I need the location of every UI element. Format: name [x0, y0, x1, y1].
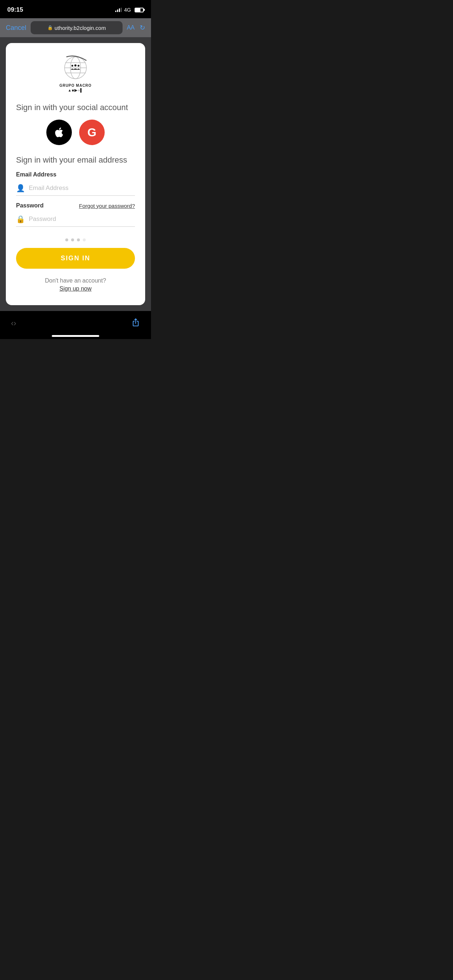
signal-bars-icon: [115, 8, 122, 12]
forward-button[interactable]: ›: [13, 319, 16, 328]
back-button[interactable]: ‹: [11, 319, 13, 328]
status-icons: 4G: [115, 7, 144, 13]
home-bar: [52, 335, 99, 337]
dot-1: [65, 239, 68, 241]
password-field-group: Password Forgot your password? 🔒: [16, 202, 135, 227]
reload-icon[interactable]: ↻: [140, 24, 145, 32]
email-heading: Sign in with your email address: [16, 155, 135, 165]
email-field-group: Email Address 👤: [16, 171, 135, 196]
svg-point-6: [72, 65, 73, 67]
cancel-button[interactable]: Cancel: [6, 24, 26, 32]
email-input[interactable]: [29, 185, 135, 192]
signup-section: Don't have an account? Sign up now: [45, 277, 106, 292]
battery-icon: [135, 8, 144, 13]
share-icon: [131, 318, 140, 327]
home-indicator: [0, 332, 151, 339]
person-icon: 👤: [16, 184, 25, 192]
dot-3: [77, 239, 80, 241]
email-input-wrapper: 👤: [16, 181, 135, 196]
logo-svg: [56, 54, 96, 83]
apple-icon: [53, 127, 65, 138]
dot-4: [83, 239, 86, 241]
lock-field-icon: 🔒: [16, 215, 25, 223]
password-input[interactable]: [29, 215, 135, 223]
status-time: 09:15: [7, 6, 23, 13]
email-label: Email Address: [16, 171, 135, 178]
google-g-letter: G: [88, 126, 97, 139]
status-bar: 09:15 4G: [0, 0, 151, 18]
logo-text: GRUPO MACRO ▲■▶○▌: [59, 83, 91, 92]
url-text: uthority.b2clogin.com: [55, 25, 106, 31]
social-heading: Sign in with your social account: [16, 103, 135, 112]
main-content: GRUPO MACRO ▲■▶○▌ Sign in with your soci…: [0, 37, 151, 311]
share-button[interactable]: [131, 318, 140, 329]
login-card: GRUPO MACRO ▲■▶○▌ Sign in with your soci…: [6, 43, 145, 305]
forgot-password-link[interactable]: Forgot your password?: [79, 203, 135, 209]
browser-actions: AA ↻: [127, 24, 145, 32]
lock-icon: 🔒: [48, 25, 53, 30]
password-input-wrapper: 🔒: [16, 212, 135, 227]
browser-bar: Cancel 🔒 uthority.b2clogin.com AA ↻: [0, 18, 151, 37]
aa-button[interactable]: AA: [127, 24, 135, 31]
network-type: 4G: [124, 7, 131, 13]
signup-prompt: Don't have an account?: [45, 277, 106, 284]
svg-point-7: [78, 65, 80, 67]
password-label-row: Password Forgot your password?: [16, 202, 135, 209]
apple-signin-button[interactable]: [46, 119, 72, 145]
social-buttons: G: [46, 119, 105, 145]
svg-point-5: [74, 64, 77, 66]
dots-indicator: [65, 239, 86, 241]
sign-in-button[interactable]: SIGN IN: [16, 248, 135, 269]
dot-2: [71, 239, 74, 241]
google-signin-button[interactable]: G: [79, 119, 105, 145]
logo-container: GRUPO MACRO ▲■▶○▌: [56, 54, 96, 92]
bottom-bar: ‹ ›: [0, 311, 151, 332]
signup-link[interactable]: Sign up now: [59, 285, 91, 292]
address-bar[interactable]: 🔒 uthority.b2clogin.com: [30, 21, 123, 34]
